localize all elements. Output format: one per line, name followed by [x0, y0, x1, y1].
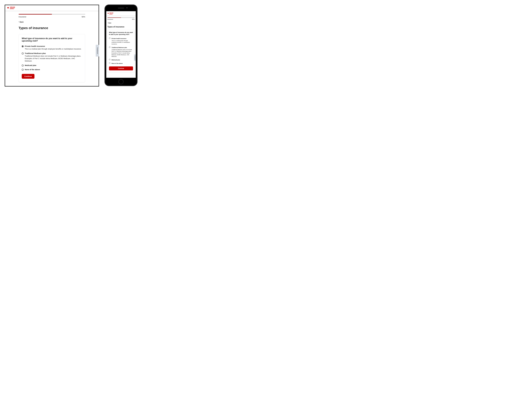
radio-label: Traditional Medicare plan: [112, 47, 127, 48]
form-question: What type of insurance do you want to ad…: [109, 31, 133, 36]
brand-text: minute clinic: [109, 12, 114, 15]
brand-logo: minute clinic: [7, 6, 15, 9]
radio-option-medicaid[interactable]: Medicaid plan: [109, 59, 133, 61]
radio-group: Private health insurance This is a medic…: [22, 45, 82, 71]
heart-icon: [107, 12, 109, 14]
progress-bar: [19, 14, 85, 15]
heart-icon: [7, 7, 9, 9]
brand-logo: minute clinic: [107, 12, 134, 15]
progress-bar: [107, 17, 134, 18]
radio-option-none[interactable]: None of the above: [109, 62, 133, 64]
radio-desc: This is a medical plan through employee …: [112, 40, 133, 45]
page-title: Types of insurance: [107, 26, 134, 28]
continue-button[interactable]: Continue: [22, 74, 34, 79]
progress-percent: 50%: [82, 16, 85, 18]
radio-label: Medicaid plan: [112, 59, 120, 61]
phone-screen: minute clinic Insurance 50% ‹ Back Ty: [106, 11, 136, 78]
radio-desc: This is a medical plan through employee …: [25, 48, 82, 50]
radio-option-medicare[interactable]: Traditional Medicare plan Traditional Me…: [22, 52, 82, 62]
form-question: What type of insurance do you want to ad…: [22, 37, 82, 42]
back-link[interactable]: ‹ Back: [107, 22, 111, 23]
radio-option-none[interactable]: None of the above: [22, 68, 82, 71]
radio-icon: [109, 47, 110, 48]
progress-meta: Insurance 50%: [107, 19, 134, 20]
radio-icon: [109, 62, 110, 64]
radio-icon: [22, 69, 24, 71]
insurance-type-card: What type of insurance do you want to ad…: [107, 30, 134, 72]
continue-button[interactable]: Continue: [109, 66, 133, 70]
progress-step-label: Insurance: [107, 19, 113, 20]
radio-icon: [22, 46, 24, 47]
radio-label: Private health insurance: [112, 38, 126, 39]
radio-label: None of the above: [112, 63, 123, 64]
feedback-tab[interactable]: Feedback: [96, 45, 99, 56]
insurance-type-card: What type of insurance do you want to ad…: [19, 34, 85, 82]
radio-desc: Traditional Medicare does not include Pa…: [112, 49, 133, 57]
radio-label: Traditional Medicare plan: [25, 52, 46, 54]
page-title: Types of insurance: [19, 26, 85, 30]
phone-home-button-icon: [118, 79, 124, 84]
app-header: minute clinic: [106, 11, 136, 16]
radio-icon: [22, 65, 24, 66]
radio-icon: [109, 59, 110, 60]
back-link[interactable]: ‹ Back: [19, 21, 24, 23]
phone-speaker-icon: [118, 8, 124, 9]
progress-meta: Insurance 50%: [19, 16, 85, 18]
progress-step-label: Insurance: [19, 16, 26, 18]
radio-desc: Traditional Medicare does not include Pa…: [25, 55, 82, 62]
radio-icon: [22, 53, 24, 54]
desktop-browser-frame: minute clinic Insurance 50% ‹ Back Types: [5, 5, 99, 86]
radio-label: Private health insurance: [25, 45, 45, 47]
feedback-tab[interactable]: Feedback: [134, 54, 136, 61]
radio-option-medicaid[interactable]: Medicaid plan: [22, 64, 82, 66]
radio-option-private[interactable]: Private health insurance This is a medic…: [22, 45, 82, 50]
radio-icon: [109, 37, 110, 39]
radio-option-medicare[interactable]: Traditional Medicare plan Traditional Me…: [109, 46, 133, 57]
phone-camera-icon: [126, 7, 128, 9]
chevron-left-icon: ‹: [19, 21, 19, 23]
radio-option-private[interactable]: Private health insurance This is a medic…: [109, 37, 133, 45]
brand-text: minute clinic: [10, 6, 15, 9]
chevron-left-icon: ‹: [107, 22, 108, 23]
phone-frame: minute clinic Insurance 50% ‹ Back Ty: [105, 5, 137, 86]
progress-percent: 50%: [132, 19, 134, 20]
radio-label: Medicaid plan: [25, 64, 36, 66]
radio-group: Private health insurance This is a medic…: [109, 37, 133, 65]
app-header: minute clinic: [5, 5, 99, 11]
radio-label: None of the above: [25, 68, 40, 71]
